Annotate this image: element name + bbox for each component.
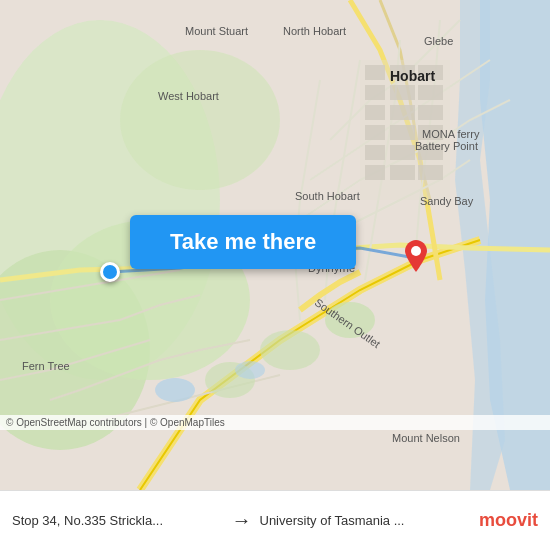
route-info: Stop 34, No.335 Strickla... → University… — [12, 509, 538, 532]
svg-rect-15 — [365, 125, 385, 140]
take-me-there-button[interactable]: Take me there — [130, 215, 356, 269]
svg-rect-17 — [418, 125, 443, 140]
svg-point-25 — [260, 330, 320, 370]
route-arrow-icon: → — [232, 509, 252, 532]
svg-rect-13 — [390, 105, 415, 120]
svg-rect-19 — [390, 145, 415, 160]
route-from: Stop 34, No.335 Strickla... — [12, 513, 224, 528]
svg-rect-18 — [365, 145, 385, 160]
moovit-logo: moovit — [479, 510, 538, 531]
svg-rect-9 — [365, 85, 385, 100]
origin-marker — [100, 262, 120, 282]
svg-rect-20 — [418, 145, 443, 160]
svg-rect-8 — [418, 65, 443, 80]
svg-rect-14 — [418, 105, 443, 120]
svg-rect-16 — [390, 125, 415, 140]
svg-point-27 — [155, 378, 195, 402]
svg-point-28 — [235, 361, 265, 379]
destination-marker — [405, 240, 427, 276]
svg-rect-23 — [418, 165, 443, 180]
svg-rect-11 — [418, 85, 443, 100]
svg-rect-21 — [365, 165, 385, 180]
svg-point-3 — [120, 50, 280, 190]
svg-rect-7 — [390, 65, 415, 80]
svg-rect-12 — [365, 105, 385, 120]
svg-point-29 — [411, 246, 421, 256]
route-to: University of Tasmania ... — [260, 513, 472, 528]
svg-rect-10 — [390, 85, 415, 100]
map-attribution: © OpenStreetMap contributors | © OpenMap… — [0, 415, 550, 430]
svg-rect-6 — [365, 65, 385, 80]
map-container: Mount Stuart North Hobart Glebe West Hob… — [0, 0, 550, 490]
moovit-text: moovit — [479, 510, 538, 531]
svg-rect-22 — [390, 165, 415, 180]
svg-point-24 — [325, 302, 375, 338]
bottom-bar: Stop 34, No.335 Strickla... → University… — [0, 490, 550, 550]
